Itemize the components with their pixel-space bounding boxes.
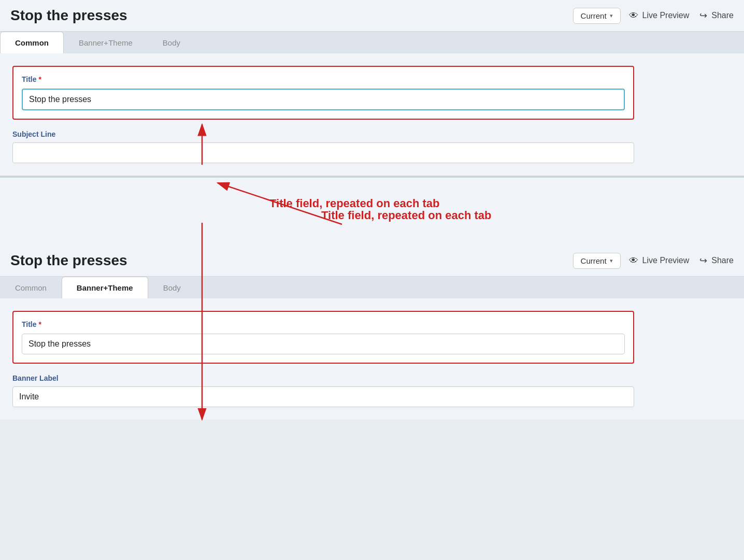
top-version-label: Current: [581, 11, 607, 20]
bottom-tab-body-label: Body: [163, 283, 181, 292]
share-icon: ↪: [699, 10, 707, 21]
bottom-live-preview-label: Live Preview: [642, 256, 690, 265]
chevron-down-icon: ▾: [610, 12, 613, 19]
bottom-tab-common-label: Common: [15, 283, 47, 292]
top-live-preview-button[interactable]: 👁 Live Preview: [629, 10, 690, 21]
top-subject-label: Subject Line: [12, 130, 634, 138]
top-title-input[interactable]: [22, 89, 625, 110]
bottom-live-preview-button[interactable]: 👁 Live Preview: [629, 255, 690, 266]
bottom-header-actions: 👁 Live Preview ↪ Share: [629, 255, 734, 266]
top-share-button[interactable]: ↪ Share: [699, 10, 734, 21]
top-header-actions: 👁 Live Preview ↪ Share: [629, 10, 734, 21]
top-header: Stop the presses Current ▾ 👁 Live Previe…: [0, 0, 744, 32]
bottom-tabs-bar: Common Banner+Theme Body: [0, 277, 744, 298]
top-subject-section: Subject Line: [12, 130, 634, 176]
bottom-header: Stop the presses Current ▾ 👁 Live Previe…: [0, 245, 744, 277]
bottom-title-required-star: *: [39, 320, 41, 328]
top-tab-banner-theme-label: Banner+Theme: [79, 38, 133, 47]
bottom-eye-icon: 👁: [629, 255, 638, 266]
top-tab-body[interactable]: Body: [148, 32, 195, 53]
top-tab-common[interactable]: Common: [0, 32, 64, 53]
top-version-dropdown[interactable]: Current ▾: [573, 8, 621, 24]
top-live-preview-label: Live Preview: [642, 11, 690, 20]
annotation-area: Title field, repeated on each tab: [0, 178, 744, 245]
bottom-share-button[interactable]: ↪ Share: [699, 255, 734, 266]
bottom-title-label: Title *: [22, 320, 625, 328]
bottom-panel: Stop the presses Current ▾ 👁 Live Previe…: [0, 245, 744, 420]
bottom-tab-common[interactable]: Common: [0, 277, 62, 298]
eye-icon: 👁: [629, 10, 638, 21]
top-subject-input[interactable]: [12, 142, 634, 163]
bottom-tab-body[interactable]: Body: [148, 277, 196, 298]
bottom-share-icon: ↪: [699, 255, 707, 266]
top-tab-common-label: Common: [15, 38, 49, 47]
top-tab-banner-theme[interactable]: Banner+Theme: [64, 32, 148, 53]
bottom-banner-input[interactable]: [12, 386, 634, 407]
bottom-content-area: Title * Banner Label: [0, 298, 744, 420]
bottom-version-dropdown[interactable]: Current ▾: [573, 253, 621, 269]
top-tabs-bar: Common Banner+Theme Body: [0, 32, 744, 53]
top-tab-body-label: Body: [163, 38, 180, 47]
bottom-share-label: Share: [711, 256, 734, 265]
bottom-banner-section: Banner Label: [12, 374, 634, 420]
top-content-area: Title * Subject Line: [0, 53, 744, 176]
bottom-title-section: Title *: [12, 311, 634, 364]
top-panel: Stop the presses Current ▾ 👁 Live Previe…: [0, 0, 744, 178]
annotation-text: Title field, repeated on each tab: [321, 209, 491, 222]
top-title-required-star: *: [39, 75, 41, 83]
bottom-version-label: Current: [581, 256, 607, 265]
bottom-tab-banner-theme-label: Banner+Theme: [77, 283, 133, 292]
bottom-chevron-down-icon: ▾: [610, 257, 613, 264]
bottom-tab-banner-theme[interactable]: Banner+Theme: [62, 277, 148, 298]
top-page-title: Stop the presses: [10, 7, 565, 24]
top-share-label: Share: [711, 11, 734, 20]
top-title-section: Title *: [12, 66, 634, 120]
bottom-title-input[interactable]: [22, 334, 625, 354]
bottom-page-title: Stop the presses: [10, 252, 565, 269]
top-title-label: Title *: [22, 75, 625, 83]
bottom-banner-label: Banner Label: [12, 374, 634, 382]
